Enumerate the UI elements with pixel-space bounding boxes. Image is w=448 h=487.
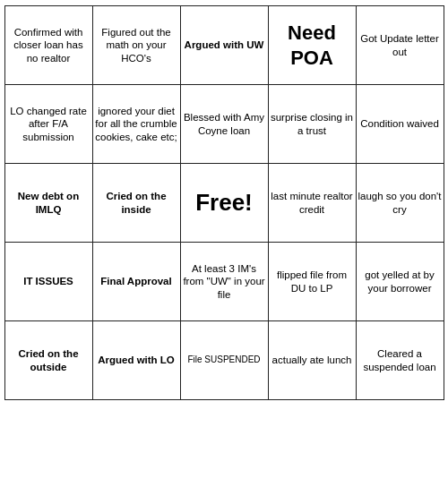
cell-r2-c2: Free! bbox=[180, 164, 268, 243]
cell-r0-c1: Figured out the math on your HCO's bbox=[92, 6, 180, 85]
cell-r0-c3: Need POA bbox=[268, 6, 356, 85]
cell-r1-c0: LO changed rate after F/A submission bbox=[4, 85, 92, 164]
cell-r2-c3: last minute realtor credit bbox=[268, 164, 356, 243]
cell-r3-c3: flipped file from DU to LP bbox=[268, 243, 356, 321]
cell-r0-c2: Argued with UW bbox=[180, 6, 268, 85]
cell-r3-c2: At least 3 IM's from "UW" in your file bbox=[180, 243, 268, 321]
cell-r1-c2: Blessed with Amy Coyne loan bbox=[180, 85, 268, 164]
bingo-grid: Confirmed with closer loan has no realto… bbox=[4, 5, 444, 400]
cell-r4-c2: File SUSPENDED bbox=[180, 321, 268, 400]
cell-r0-c4: Got Update letter out bbox=[356, 6, 444, 85]
cell-r2-c0: New debt on IMLQ bbox=[4, 164, 92, 243]
cell-r1-c3: surprise closing in a trust bbox=[268, 85, 356, 164]
cell-r1-c1: ignored your diet for all the crumble co… bbox=[92, 85, 180, 164]
cell-r3-c0: IT ISSUES bbox=[4, 243, 92, 321]
cell-r4-c1: Argued with LO bbox=[92, 321, 180, 400]
cell-r3-c4: got yelled at by your borrower bbox=[356, 243, 444, 321]
cell-r4-c0: Cried on the outside bbox=[4, 321, 92, 400]
cell-r2-c1: Cried on the inside bbox=[92, 164, 180, 243]
cell-r2-c4: laugh so you don't cry bbox=[356, 164, 444, 243]
cell-r0-c0: Confirmed with closer loan has no realto… bbox=[4, 6, 92, 85]
cell-r1-c4: Condition waived bbox=[356, 85, 444, 164]
cell-r3-c1: Final Approval bbox=[92, 243, 180, 321]
cell-r4-c3: actually ate lunch bbox=[268, 321, 356, 400]
cell-r4-c4: Cleared a suspended loan bbox=[356, 321, 444, 400]
